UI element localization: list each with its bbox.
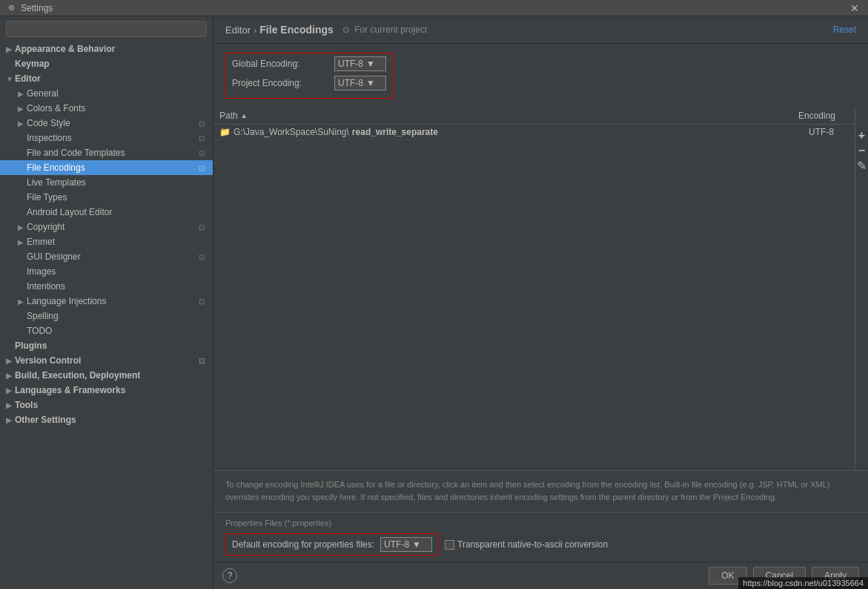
arrow-icon-build: ▶ <box>6 372 13 380</box>
arrow-icon-lang: ▶ <box>6 386 13 395</box>
properties-encoding-dropdown[interactable]: UTF-8 ▼ <box>380 537 432 552</box>
default-encoding-label: Default encoding for properties files: <box>232 539 374 550</box>
sidebar-item-file-encodings[interactable]: File Encodings ⊡ <box>0 160 213 175</box>
copy-icon-copyright: ⊡ <box>196 222 207 232</box>
encoding-settings: Global Encoding: UTF-8 ▼ Project Encodin… <box>213 44 868 108</box>
table-header-encoding: Encoding <box>746 111 835 121</box>
arrow-icon-code-style: ▶ <box>18 119 25 128</box>
path-prefix: G:\Java_WorkSpace\SuNing\ <box>233 127 349 137</box>
info-text: To change encoding IntelliJ IDEA uses fo… <box>213 470 868 512</box>
project-encoding-value: UTF-8 <box>338 78 363 88</box>
folder-icon-row: 📁 <box>219 127 231 137</box>
for-project-label: ⊙ For current project <box>342 24 427 35</box>
arrow-icon-vc: ▶ <box>6 357 13 365</box>
arrow-icon-colors: ▶ <box>18 105 25 113</box>
breadcrumb-current: File Encodings <box>259 24 334 36</box>
sidebar-item-live-templates[interactable]: Live Templates <box>0 175 213 190</box>
sidebar-item-inspections[interactable]: Inspections ⊡ <box>0 131 213 145</box>
sidebar-item-general[interactable]: ▶General <box>0 86 213 101</box>
table-row-path: 📁 G:\Java_WorkSpace\SuNing\read_write_se… <box>219 127 760 137</box>
arrow-icon-editor: ▼ <box>6 75 13 83</box>
row-encoding-value: UTF-8 <box>760 127 849 137</box>
close-button[interactable]: ✕ <box>847 2 862 14</box>
project-encoding-row: Project Encoding: UTF-8 ▼ <box>232 76 386 91</box>
title-bar-text: Settings <box>21 3 847 13</box>
folder-icon: ⊙ <box>342 24 350 35</box>
arrow-icon-other: ▶ <box>6 416 13 424</box>
sort-asc-icon: ▲ <box>241 112 248 119</box>
sidebar-item-spelling[interactable]: Spelling <box>0 309 213 323</box>
arrow-icon-tools: ▶ <box>6 401 13 409</box>
table-header: Path ▲ Encoding <box>213 108 855 125</box>
path-highlight: read_write_separate <box>352 127 438 137</box>
sidebar-item-file-types[interactable]: File Types <box>0 190 213 205</box>
sidebar-item-tools[interactable]: ▶Tools <box>0 398 213 412</box>
settings-icon: ⚙ <box>6 3 16 13</box>
copy-icon-lang-inj: ⊡ <box>196 296 207 306</box>
help-button[interactable]: ? <box>222 568 237 583</box>
table-area: Path ▲ Encoding 📁 G:\Java_WorkSpace\SuNi… <box>213 108 868 470</box>
arrow-icon-lang-inj: ▶ <box>18 297 25 306</box>
sidebar-item-emmet[interactable]: ▶Emmet <box>0 234 213 249</box>
sidebar-item-languages-frameworks[interactable]: ▶Languages & Frameworks <box>0 383 213 398</box>
sidebar-item-appearance[interactable]: ▶Appearance & Behavior <box>0 42 213 56</box>
table-row[interactable]: 📁 G:\Java_WorkSpace\SuNing\read_write_se… <box>213 125 855 140</box>
properties-group: Default encoding for properties files: U… <box>225 533 439 556</box>
breadcrumb: Editor › File Encodings ⊙ For current pr… <box>225 24 427 36</box>
remove-encoding-button[interactable]: − <box>856 145 868 157</box>
sidebar-item-colors-fonts[interactable]: ▶Colors & Fonts <box>0 101 213 116</box>
path-column-label: Path <box>219 111 238 121</box>
encoding-group: Global Encoding: UTF-8 ▼ Project Encodin… <box>225 53 393 99</box>
sidebar-item-build-exec-deploy[interactable]: ▶Build, Execution, Deployment <box>0 368 213 383</box>
global-encoding-dropdown[interactable]: UTF-8 ▼ <box>334 56 386 71</box>
reset-button[interactable]: Reset <box>833 24 856 35</box>
sidebar-item-copyright[interactable]: ▶Copyright ⊡ <box>0 220 213 234</box>
copy-icon-vc: ⊡ <box>196 355 207 366</box>
table-header-path: Path ▲ <box>219 111 746 121</box>
sidebar-item-keymap[interactable]: Keymap <box>0 56 213 71</box>
sidebar-item-todo[interactable]: TODO <box>0 323 213 338</box>
sidebar-item-gui-designer[interactable]: GUI Designer ⊡ <box>0 249 213 264</box>
transparent-checkbox-wrapper: Transparent native-to-ascii conversion <box>445 539 608 550</box>
project-encoding-arrow: ▼ <box>366 78 375 88</box>
sidebar-item-file-code-templates[interactable]: File and Code Templates ⊡ <box>0 145 213 160</box>
main-container: ▶Appearance & Behavior Keymap ▼Editor ▶G… <box>0 16 868 589</box>
for-project-text: For current project <box>354 24 427 35</box>
global-encoding-arrow: ▼ <box>366 59 375 69</box>
sidebar-item-code-style[interactable]: ▶Code Style ⊡ <box>0 116 213 131</box>
sidebar-item-editor[interactable]: ▼Editor <box>0 71 213 86</box>
arrow-icon: ▶ <box>6 45 13 53</box>
search-input[interactable] <box>6 21 207 37</box>
content-header: Editor › File Encodings ⊙ For current pr… <box>213 16 868 44</box>
sidebar-item-other-settings[interactable]: ▶Other Settings <box>0 412 213 427</box>
transparent-checkbox[interactable] <box>445 540 454 550</box>
copy-icon-code-style: ⊡ <box>196 118 207 128</box>
properties-encoding-value: UTF-8 <box>384 539 409 550</box>
sidebar-item-plugins[interactable]: Plugins <box>0 338 213 353</box>
arrow-icon-copyright: ▶ <box>18 223 25 231</box>
sidebar-item-images[interactable]: Images <box>0 264 213 279</box>
project-encoding-dropdown[interactable]: UTF-8 ▼ <box>334 76 386 91</box>
breadcrumb-separator: › <box>254 24 256 36</box>
sidebar: ▶Appearance & Behavior Keymap ▼Editor ▶G… <box>0 16 213 589</box>
copy-icon-gui: ⊡ <box>196 251 207 262</box>
properties-section: Properties Files (*.properties) Default … <box>213 512 868 562</box>
sidebar-item-language-injections[interactable]: ▶Language Injections ⊡ <box>0 294 213 309</box>
copy-icon-inspections: ⊡ <box>196 133 207 143</box>
project-encoding-label: Project Encoding: <box>232 78 328 88</box>
properties-row: Default encoding for properties files: U… <box>225 533 856 556</box>
add-encoding-button[interactable]: + <box>856 130 868 142</box>
table-main: Path ▲ Encoding 📁 G:\Java_WorkSpace\SuNi… <box>213 108 855 470</box>
sidebar-item-version-control[interactable]: ▶Version Control ⊡ <box>0 353 213 368</box>
sidebar-item-android-layout[interactable]: Android Layout Editor <box>0 205 213 220</box>
transparent-label: Transparent native-to-ascii conversion <box>457 539 608 550</box>
sidebar-item-intentions[interactable]: Intentions <box>0 279 213 294</box>
properties-encoding-arrow: ▼ <box>412 539 421 550</box>
arrow-icon-general: ▶ <box>18 90 25 98</box>
breadcrumb-parent: Editor <box>225 24 251 36</box>
edit-encoding-button[interactable]: ✎ <box>856 159 868 171</box>
arrow-icon-emmet: ▶ <box>18 238 25 246</box>
properties-title: Properties Files (*.properties) <box>225 519 856 527</box>
global-encoding-value: UTF-8 <box>338 59 363 69</box>
title-bar: ⚙ Settings ✕ <box>0 0 868 16</box>
